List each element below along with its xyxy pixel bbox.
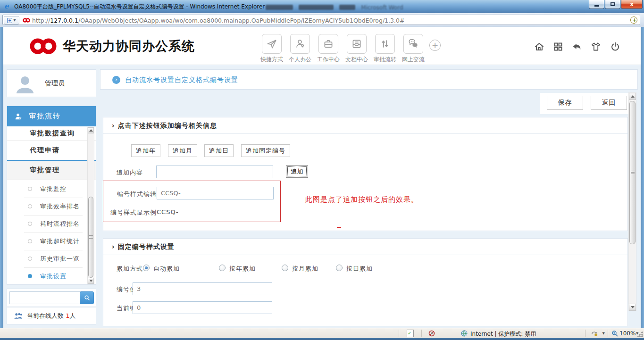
add-module-icon[interactable]: + <box>429 40 441 51</box>
content-scrollbar[interactable] <box>628 92 636 311</box>
radio-yearly-accumulate[interactable] <box>219 265 226 271</box>
section-title: ›固定编号样式设置 <box>103 239 627 255</box>
sidebar-item-proxy-apply[interactable]: 代理申请 <box>7 141 96 160</box>
nav-item-documents[interactable]: 文档中心 <box>343 34 371 64</box>
scrollbar-thumb[interactable] <box>629 101 636 244</box>
person-badge-icon <box>14 112 23 121</box>
online-users-icon <box>14 312 23 320</box>
refresh-icon[interactable] <box>630 17 637 24</box>
nav-label: 个人办公 <box>286 56 314 64</box>
sidebar-item-data-query[interactable]: 审批数据查询 <box>7 126 96 141</box>
nav-item-shortcut[interactable]: 快捷方式 <box>258 34 286 64</box>
sidebar-active-label: 审批流转 <box>29 112 61 121</box>
tracking-blocked-icon[interactable] <box>428 330 435 336</box>
style-demo-value: CCSQ- <box>157 208 179 216</box>
append-content-label: 追加内容 <box>117 168 143 177</box>
append-month-button[interactable]: 追加月 <box>168 144 197 157</box>
sidebar-subitem-overtime[interactable]: 审批超时统计 <box>7 232 96 250</box>
radio-auto-accumulate[interactable] <box>143 265 150 271</box>
close-button[interactable]: x <box>621 0 643 9</box>
nav-item-approval[interactable]: 审批流转 <box>371 34 399 64</box>
site-favicon <box>23 17 30 23</box>
chevron-down-icon: ▼ <box>602 332 605 335</box>
sidebar-subitem-efficiency[interactable]: 审批效率排名 <box>7 198 96 215</box>
append-content-input[interactable] <box>156 166 273 178</box>
nav-item-personal[interactable]: 个人办公 <box>286 34 314 64</box>
append-day-button[interactable]: 追加日 <box>204 144 234 157</box>
chevron-right-circle-icon: › <box>112 76 120 84</box>
section-fixed-number-style: ›固定编号样式设置 累加方式 自动累加 按年累加 按月累加 按日累加 编号位数 … <box>103 238 628 326</box>
zoom-level[interactable]: 100% <box>619 330 636 337</box>
search-input[interactable] <box>9 291 81 304</box>
brand-logo-icon <box>28 37 59 58</box>
scroll-down-button[interactable] <box>88 278 94 284</box>
online-card: 当前在线人数 1人 <box>7 307 96 324</box>
scroll-up-button[interactable] <box>88 127 94 133</box>
grid-icon[interactable] <box>552 41 565 53</box>
sidebar-subitem-monitor[interactable]: 审批监控 <box>7 180 96 198</box>
search-card <box>7 289 96 307</box>
radio-bullet-icon <box>28 274 32 278</box>
nav-item-chat[interactable]: 网上交流 <box>399 34 427 64</box>
back-button[interactable]: 返回 <box>591 96 627 110</box>
append-button[interactable]: 追加 <box>286 165 308 178</box>
red-dash-mark <box>337 227 341 228</box>
style-edit-label: 编号样式编辑 <box>117 190 157 199</box>
title-bar: e OA8000平台版_FPLMYSQL5--自动流水号设置自定义格式编号设置 … <box>0 0 644 14</box>
sidebar-scrollbar[interactable] <box>87 127 94 284</box>
sidebar-item-approval-manage[interactable]: 审批管理 <box>7 161 96 180</box>
profile-card: 管理员 <box>7 69 96 97</box>
append-year-button[interactable]: 追加年 <box>131 144 160 157</box>
ghost-block <box>339 5 355 10</box>
sidebar-subitem-settings[interactable]: 审批设置 <box>7 267 96 285</box>
accumulate-label: 累加方式 <box>117 265 143 273</box>
nav-item-workcenter[interactable]: 工作中心 <box>314 34 343 64</box>
sidebar-subitem-history[interactable]: 历史审批一览 <box>7 250 96 267</box>
address-bar: + ▼ http://127.0.0.1/OAapp/WebObjects/OA… <box>0 13 644 27</box>
protected-mode-menu[interactable]: ▼ <box>591 330 605 337</box>
append-fixed-number-button[interactable]: 追加固定编号 <box>241 144 290 157</box>
radio-label: 按日累加 <box>346 265 373 273</box>
sidebar-subitem-timecost[interactable]: 耗时流程排名 <box>7 215 96 232</box>
theme-tshirt-icon[interactable] <box>590 41 602 53</box>
url-field[interactable]: + ▼ http://127.0.0.1/OAapp/WebObjects/OA… <box>2 15 640 25</box>
section-title: ›点击下述按钮添加编号相关信息 <box>103 117 627 134</box>
power-icon[interactable] <box>610 41 622 53</box>
status-bar: ✓ Internet | 保护模式: 禁用 ▼ 100% ▼ <box>0 328 644 338</box>
minimize-button[interactable] <box>589 0 604 9</box>
username: 管理员 <box>45 79 65 88</box>
search-button[interactable] <box>80 291 94 304</box>
sidebar-item-approval-flow[interactable]: 审批流转 <box>7 106 96 126</box>
radio-label: 按年累加 <box>229 265 256 273</box>
nav-label: 快捷方式 <box>258 56 286 64</box>
scroll-up-button[interactable] <box>629 93 636 100</box>
maximize-button[interactable] <box>605 0 620 9</box>
chevron-right-icon: › <box>112 122 115 129</box>
chevron-down-icon: ▼ <box>13 18 16 22</box>
ghost-window-title: Microsoft Word <box>361 4 403 11</box>
scroll-down-button[interactable] <box>629 304 636 311</box>
url-text: http://127.0.0.1/OAapp/WebObjects/OAapp.… <box>32 17 404 24</box>
zoom-magnifier-icon <box>611 330 618 336</box>
radio-daily-accumulate[interactable] <box>336 265 343 271</box>
ie-logo-icon: e <box>4 2 12 10</box>
person-icon <box>290 34 310 54</box>
radio-bullet-icon <box>28 204 32 208</box>
ie-window: e OA8000平台版_FPLMYSQL5--自动流水号设置自定义格式编号设置 … <box>0 0 644 340</box>
address-dropdown-button[interactable]: + ▼ <box>4 16 19 25</box>
annotation-text: 此图是点了追加按钮之后的效果。 <box>305 195 418 204</box>
scrollbar-thumb[interactable] <box>88 197 93 278</box>
radio-monthly-accumulate[interactable] <box>282 265 288 271</box>
home-icon[interactable] <box>534 41 546 53</box>
uturn-arrows-icon <box>375 34 395 54</box>
sidebar-menu: 审批流转 审批数据查询 代理申请 审批管理 审批监控 审批效率排名 耗时流程排名… <box>7 106 96 285</box>
page-check-icon[interactable]: ✓ <box>407 330 414 337</box>
save-button[interactable]: 保存 <box>547 96 583 110</box>
brand-name: 华天动力协同办公系统 <box>63 38 195 55</box>
back-arrow-icon[interactable] <box>571 41 584 53</box>
digits-input[interactable] <box>133 282 272 295</box>
resize-grip[interactable] <box>637 332 643 337</box>
ghost-block <box>266 5 293 10</box>
style-edit-input[interactable] <box>157 187 274 199</box>
current-number-input[interactable] <box>133 301 272 314</box>
